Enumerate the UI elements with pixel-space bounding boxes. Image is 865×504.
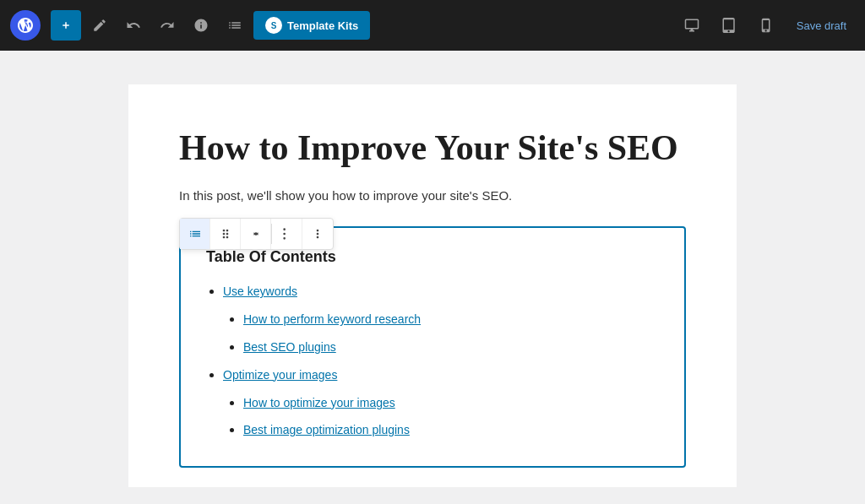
toc-sub-list: How to perform keyword research Best SEO…	[223, 307, 659, 360]
template-kits-button[interactable]: S Template Kits	[253, 11, 370, 40]
toc-link-keyword-research[interactable]: How to perform keyword research	[243, 312, 421, 326]
block-type-button[interactable]	[180, 219, 210, 249]
desktop-view-button[interactable]	[677, 10, 707, 41]
save-draft-button[interactable]: Save draft	[788, 14, 855, 37]
block-toolbar	[179, 218, 334, 250]
toc-link-use-keywords[interactable]: Use keywords	[223, 285, 297, 298]
toc-title: Table Of Contents	[206, 248, 659, 266]
tablet-view-button[interactable]	[714, 10, 744, 41]
list-view-button[interactable]	[220, 10, 250, 41]
block-settings-button[interactable]	[272, 219, 302, 249]
list-item: How to optimize your images	[243, 391, 659, 415]
mobile-view-button[interactable]	[751, 10, 781, 41]
edit-mode-button[interactable]	[84, 10, 115, 41]
list-item: Optimize your images How to optimize you…	[223, 363, 659, 442]
post-title[interactable]: How to Improve Your Site's SEO	[179, 127, 686, 169]
more-options-button[interactable]	[302, 219, 333, 249]
post-intro[interactable]: In this post, we'll show you how to impr…	[179, 186, 686, 206]
info-button[interactable]	[186, 10, 216, 41]
editor-content: How to Improve Your Site's SEO In this p…	[128, 84, 737, 487]
toc-list: Use keywords How to perform keyword rese…	[206, 279, 659, 442]
toolbar-right: Save draft	[677, 10, 855, 41]
list-item: Best SEO plugins	[243, 335, 659, 360]
list-item: How to perform keyword research	[243, 307, 659, 332]
redo-button[interactable]	[152, 10, 182, 41]
toc-link-seo-plugins[interactable]: Best SEO plugins	[243, 340, 336, 354]
toc-link-optimize-images[interactable]: Optimize your images	[223, 368, 337, 382]
undo-button[interactable]	[118, 10, 149, 41]
wp-logo[interactable]	[10, 10, 41, 41]
toc-link-how-optimize-images[interactable]: How to optimize your images	[243, 396, 395, 409]
list-item: Use keywords How to perform keyword rese…	[223, 279, 659, 359]
toc-sub-list-2: How to optimize your images Best image o…	[223, 391, 659, 443]
list-item: Best image optimization plugins	[243, 418, 659, 442]
editor-area: How to Improve Your Site's SEO In this p…	[0, 51, 865, 504]
template-kits-icon: S	[265, 17, 282, 34]
toc-block[interactable]: Table Of Contents Use keywords How to pe…	[179, 226, 686, 468]
add-block-button[interactable]	[51, 10, 81, 41]
drag-handle-button[interactable]	[210, 219, 241, 249]
template-kits-label: Template Kits	[287, 19, 358, 32]
move-block-button[interactable]	[241, 219, 271, 249]
main-toolbar: S Template Kits Save draft	[0, 0, 865, 51]
toc-link-image-plugins[interactable]: Best image optimization plugins	[243, 423, 410, 436]
